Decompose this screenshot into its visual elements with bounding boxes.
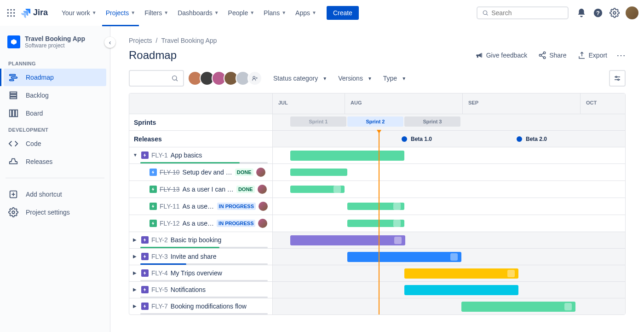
sidebar-item-add-shortcut[interactable]: Add shortcut — [4, 186, 106, 203]
chevron-down-icon: ▼ — [368, 76, 372, 81]
expand-icon[interactable]: ▶ — [133, 237, 141, 242]
epic-title[interactable]: Booking modifications flow — [171, 303, 247, 310]
issue-bar[interactable] — [347, 220, 404, 227]
issue-key[interactable]: FLY-4 — [151, 269, 168, 277]
issue-title[interactable]: As a user… — [183, 203, 214, 210]
issue-bar[interactable] — [290, 169, 347, 176]
filter-type[interactable]: Type▼ — [383, 75, 406, 82]
task-icon — [150, 169, 157, 176]
status-badge: IN PROGRESS — [217, 203, 256, 210]
filter-search-input[interactable] — [129, 70, 184, 87]
issue-title[interactable]: As a user I can … — [183, 186, 234, 193]
sprints-label: Sprints — [129, 114, 273, 130]
view-settings-button[interactable] — [609, 70, 626, 87]
global-search[interactable] — [477, 6, 569, 19]
issue-key[interactable]: FLY-11 — [160, 203, 180, 210]
sidebar-item-backlog[interactable]: Backlog — [4, 87, 106, 104]
give-feedback-button[interactable]: Give feedback — [475, 51, 528, 59]
issue-key[interactable]: FLY-10 — [160, 169, 180, 176]
assignee-avatar[interactable] — [259, 202, 268, 211]
add-assignee-button[interactable] — [247, 71, 262, 86]
expand-icon[interactable]: ▶ — [133, 254, 141, 259]
epic-bar[interactable] — [347, 252, 461, 262]
epic-title[interactable]: Basic trip booking — [171, 236, 222, 244]
help-icon[interactable]: ? — [591, 6, 605, 20]
svg-point-5 — [13, 12, 15, 13]
svg-point-7 — [10, 15, 12, 17]
svg-rect-19 — [10, 97, 17, 99]
issue-key[interactable]: FLY-12 — [160, 220, 180, 227]
sidebar-item-roadmap[interactable]: Roadmap — [4, 69, 106, 86]
epic-title[interactable]: Notifications — [171, 286, 206, 293]
roadmap-grid: JULAUGSEPOCT Sprints Sprint 1Sprint 2Spr… — [129, 93, 626, 315]
nav-item-projects[interactable]: Projects▼ — [102, 7, 139, 18]
sidebar-item-releases[interactable]: Releases — [4, 153, 106, 170]
more-actions-button[interactable]: ⋯ — [616, 50, 626, 61]
assignee-avatar[interactable] — [256, 168, 265, 177]
jira-logo[interactable]: Jira — [20, 7, 48, 18]
notifications-icon[interactable] — [574, 6, 589, 20]
expand-icon[interactable]: ▶ — [133, 270, 141, 275]
nav-item-your-work[interactable]: Your work▼ — [58, 7, 100, 18]
epic-bar[interactable] — [290, 151, 404, 161]
settings-icon[interactable] — [607, 6, 622, 20]
expand-icon[interactable]: ▶ — [133, 303, 141, 309]
epic-title[interactable]: My Trips overview — [171, 269, 222, 277]
sidebar-label: Add shortcut — [26, 191, 62, 198]
chevron-down-icon: ▼ — [402, 76, 406, 81]
epic-title[interactable]: App basics — [171, 151, 202, 159]
app-switcher-icon[interactable] — [6, 7, 17, 18]
breadcrumb-root[interactable]: Projects — [129, 37, 152, 44]
issue-key[interactable]: FLY-3 — [151, 253, 168, 260]
sprint-chip[interactable]: Sprint 1 — [290, 116, 346, 127]
epic-bar[interactable] — [290, 235, 405, 245]
issue-key[interactable]: FLY-13 — [160, 186, 180, 193]
epic-bar[interactable] — [404, 268, 518, 279]
collapse-icon[interactable]: ▼ — [133, 152, 141, 157]
issue-key[interactable]: FLY-5 — [151, 286, 168, 293]
issue-key[interactable]: FLY-7 — [151, 303, 168, 310]
sprint-chip[interactable]: Sprint 2 — [347, 116, 403, 127]
epic-title[interactable]: Invite and share — [171, 253, 217, 260]
nav-item-apps[interactable]: Apps▼ — [292, 7, 320, 18]
epic-bar[interactable] — [461, 302, 575, 312]
release-marker[interactable]: Beta 2.0 — [517, 131, 547, 147]
filter-status-category[interactable]: Status category▼ — [273, 75, 327, 82]
issue-bar[interactable] — [290, 186, 345, 193]
assignee-avatar[interactable] — [258, 185, 267, 194]
sidebar-item-code[interactable]: Code — [4, 135, 106, 152]
search-input[interactable] — [491, 9, 563, 17]
filter-versions[interactable]: Versions▼ — [338, 75, 372, 82]
breadcrumb-project[interactable]: Travel Booking App — [161, 37, 217, 44]
issue-key[interactable]: FLY-2 — [151, 236, 168, 244]
project-header[interactable]: Travel Booking App Software project — [4, 35, 106, 56]
svg-point-8 — [13, 15, 15, 17]
month-header: SEP — [462, 93, 580, 114]
issue-key[interactable]: FLY-1 — [151, 151, 168, 159]
profile-avatar[interactable] — [626, 6, 638, 19]
issue-bar[interactable] — [347, 203, 404, 210]
svg-line-10 — [486, 14, 488, 15]
release-marker[interactable]: Beta 1.0 — [402, 131, 432, 147]
issue-title[interactable]: Setup dev and … — [183, 169, 232, 176]
assignee-avatar[interactable] — [258, 219, 267, 228]
sidebar-collapse-button[interactable]: ‹ — [104, 37, 115, 48]
nav-item-filters[interactable]: Filters▼ — [141, 7, 172, 18]
sprint-chip[interactable]: Sprint 3 — [404, 116, 460, 127]
sidebar-item-board[interactable]: Board — [4, 105, 106, 122]
share-button[interactable]: Share — [538, 51, 566, 59]
nav-item-people[interactable]: People▼ — [224, 7, 259, 18]
epic-bar[interactable] — [404, 285, 518, 295]
nav-item-dashboards[interactable]: Dashboards▼ — [174, 7, 222, 18]
create-button[interactable]: Create — [327, 6, 359, 20]
link-icon — [334, 186, 341, 193]
svg-point-32 — [172, 76, 177, 80]
issue-title[interactable]: As a use… — [183, 220, 214, 227]
status-badge: DONE — [235, 169, 253, 176]
nav-item-plans[interactable]: Plans▼ — [260, 7, 290, 18]
sidebar-item-project-settings[interactable]: Project settings — [4, 204, 106, 221]
export-button[interactable]: Export — [578, 51, 607, 59]
issue-row: FLY-10 Setup dev and … DONE — [129, 163, 625, 181]
expand-icon[interactable]: ▶ — [133, 287, 141, 292]
svg-point-26 — [12, 211, 15, 214]
